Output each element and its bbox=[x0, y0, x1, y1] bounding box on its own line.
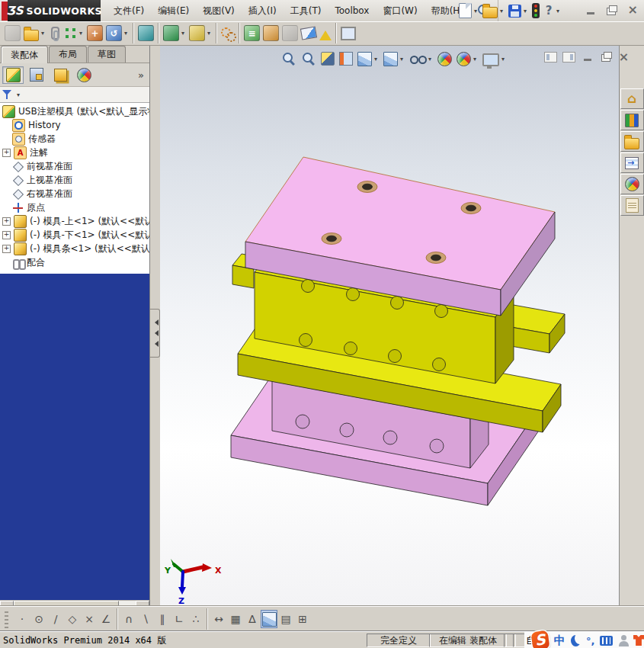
tab-装配体[interactable]: 装配体 bbox=[1, 46, 48, 63]
pane-toggle-right-button[interactable] bbox=[562, 50, 576, 63]
sogou-logo-icon[interactable]: S bbox=[530, 630, 549, 648]
menu-2[interactable]: 编辑(E) bbox=[151, 0, 196, 21]
quick-save-button[interactable]: ▾ bbox=[507, 3, 530, 19]
tree-item-top-plane[interactable]: 上视基准面 bbox=[0, 173, 149, 187]
tree-item-history[interactable]: History bbox=[0, 118, 149, 132]
menu-6[interactable]: Toolbox bbox=[328, 0, 376, 21]
tab-布局[interactable]: 布局 bbox=[49, 46, 87, 63]
exploded-view-button[interactable] bbox=[261, 24, 280, 43]
filter-funnel-icon[interactable] bbox=[2, 89, 13, 100]
menu-7[interactable]: 窗口(W) bbox=[376, 0, 424, 21]
tree-item-mates[interactable]: 配合 bbox=[0, 255, 149, 269]
dropdown-arrow-icon[interactable]: ▾ bbox=[123, 30, 129, 37]
menu-5[interactable]: 工具(T) bbox=[284, 0, 328, 21]
instant-3d-button[interactable] bbox=[339, 25, 357, 42]
close-button[interactable]: × bbox=[626, 3, 639, 17]
ime-account-icon[interactable] bbox=[618, 635, 628, 646]
solidworks-resources-tab[interactable]: ⌂ bbox=[620, 88, 644, 109]
doc-minimize-button[interactable] bbox=[580, 50, 594, 63]
interference-detection-button[interactable] bbox=[318, 25, 333, 42]
doc-close-button[interactable]: × bbox=[617, 50, 631, 63]
dropdown-arrow-icon[interactable]: ▾ bbox=[473, 8, 479, 14]
dropdown-arrow-icon[interactable]: ▾ bbox=[498, 8, 505, 14]
parallel-snap-button[interactable]: ∥ bbox=[154, 610, 171, 628]
property-manager-tab[interactable] bbox=[26, 66, 47, 84]
sketch-points-snap-button[interactable]: ∴ bbox=[187, 610, 204, 628]
dropdown-arrow-icon[interactable]: ▾ bbox=[40, 30, 46, 37]
file-explorer-tab[interactable] bbox=[620, 131, 644, 152]
dropdown-arrow-icon[interactable]: ▾ bbox=[555, 8, 561, 14]
line-snap-button[interactable]: / bbox=[47, 610, 64, 628]
point-snap-button[interactable]: · bbox=[14, 610, 30, 628]
tree-item-origin[interactable]: 原点 bbox=[0, 200, 149, 214]
filter-dropdown-arrow[interactable]: ▾ bbox=[15, 91, 21, 98]
menu-1[interactable]: 文件(F) bbox=[107, 0, 151, 21]
angle-dimension-snap-button[interactable]: ∆ bbox=[244, 610, 261, 628]
split-view-grid-button[interactable]: ⊞ bbox=[294, 610, 311, 628]
grid-snap-button[interactable]: ▦ bbox=[227, 610, 244, 628]
doc-restore-button[interactable] bbox=[598, 50, 613, 63]
dropdown-arrow-icon[interactable]: ▾ bbox=[78, 30, 84, 37]
custom-properties-tab[interactable] bbox=[620, 195, 644, 216]
tree-item-part-mold-top[interactable]: +(-) 模具-上<1> (默认<<默认 bbox=[0, 214, 149, 228]
quick-new-document-button[interactable]: ▾ bbox=[457, 2, 480, 20]
tree-item-annotations[interactable]: +注解 bbox=[0, 146, 149, 159]
tree-item-front-plane[interactable]: 前视基准面 bbox=[0, 159, 149, 173]
dropdown-arrow-icon[interactable]: ▾ bbox=[206, 30, 212, 37]
panel-splitter[interactable] bbox=[150, 46, 161, 606]
mold-assembly-model[interactable] bbox=[231, 157, 565, 505]
smart-fasteners-button[interactable]: + bbox=[85, 24, 104, 43]
bill-of-materials-button[interactable]: ≡ bbox=[242, 24, 261, 43]
perpendicular-snap-button[interactable]: ∟ bbox=[171, 610, 187, 628]
move-component-button[interactable]: ↺▾ bbox=[104, 24, 130, 43]
linear-component-pattern-button[interactable]: ▾ bbox=[62, 25, 85, 41]
split-view-horizontal-button[interactable]: ▤ bbox=[277, 610, 294, 628]
dropdown-arrow-icon[interactable]: ▾ bbox=[522, 8, 528, 14]
new-motion-study-button[interactable] bbox=[219, 25, 236, 42]
intersection-snap-button[interactable]: × bbox=[81, 610, 98, 628]
expand-plus-icon[interactable]: + bbox=[2, 217, 11, 226]
view-palette-tab[interactable] bbox=[620, 152, 644, 173]
quick-options-traffic-light-button[interactable] bbox=[530, 2, 541, 20]
configuration-manager-tab[interactable] bbox=[50, 66, 71, 84]
display-manager-tab[interactable] bbox=[73, 66, 95, 84]
design-library-tab[interactable] bbox=[620, 110, 644, 130]
panel-collapse-handle[interactable] bbox=[150, 309, 160, 358]
length-snap-button[interactable]: ↔ bbox=[210, 610, 227, 628]
pane-toggle-left-button[interactable] bbox=[543, 50, 558, 63]
ime-softkeyboard-icon[interactable] bbox=[600, 636, 613, 646]
feature-manager-tab[interactable] bbox=[2, 66, 24, 84]
mate-button[interactable] bbox=[47, 24, 62, 42]
toolbar-drag-handle[interactable] bbox=[5, 610, 8, 628]
show-hidden-components-button[interactable] bbox=[136, 24, 155, 43]
expand-panel-chevron[interactable]: » bbox=[138, 69, 147, 81]
tree-item-right-plane[interactable]: 右视基准面 bbox=[0, 187, 149, 200]
measure-button[interactable] bbox=[300, 26, 318, 40]
assembly-features-button[interactable]: ▾ bbox=[162, 24, 187, 43]
open-part-button[interactable]: ▾ bbox=[22, 24, 47, 43]
model-3d-view[interactable]: X Y Z bbox=[160, 46, 619, 606]
minimize-button[interactable] bbox=[585, 5, 596, 16]
ime-language-toggle[interactable]: 中 bbox=[554, 634, 566, 648]
tree-item-sensors[interactable]: 传感器 bbox=[0, 132, 149, 146]
dropdown-arrow-icon[interactable]: ▾ bbox=[180, 30, 186, 37]
reference-geometry-button[interactable]: ▾ bbox=[187, 24, 213, 43]
center-point-snap-button[interactable]: ⊙ bbox=[30, 610, 47, 628]
ime-fullhalf-moon-icon[interactable] bbox=[571, 635, 581, 646]
tangent-snap-button[interactable]: ∩ bbox=[120, 610, 137, 628]
tree-item-part-mold-strip[interactable]: +(-) 模具条<1> (默认<<默认 bbox=[0, 242, 149, 255]
ime-punctuation-toggle[interactable]: °, bbox=[586, 635, 594, 646]
menu-3[interactable]: 视图(V) bbox=[196, 0, 242, 21]
menu-4[interactable]: 插入(I) bbox=[242, 0, 284, 21]
expand-plus-icon[interactable]: + bbox=[2, 245, 11, 253]
restore-button[interactable] bbox=[605, 4, 617, 17]
midpoint-snap-button[interactable]: ∖ bbox=[137, 610, 154, 628]
large-assembly-mode-button[interactable] bbox=[261, 610, 277, 628]
tree-item-part-mold-bottom[interactable]: +(-) 模具-下<1> (默认<<默认 bbox=[0, 228, 149, 242]
tree-item-assembly-root[interactable]: USB注塑模具 (默认<默认_显示状 bbox=[0, 104, 149, 118]
angle-snap-button[interactable]: ∠ bbox=[98, 610, 114, 628]
polygon-snap-button[interactable]: ◇ bbox=[64, 610, 81, 628]
expand-plus-icon[interactable]: + bbox=[2, 149, 11, 157]
quick-help-button[interactable]: ?▾ bbox=[542, 2, 562, 19]
appearances-scenes-tab[interactable] bbox=[620, 174, 644, 194]
